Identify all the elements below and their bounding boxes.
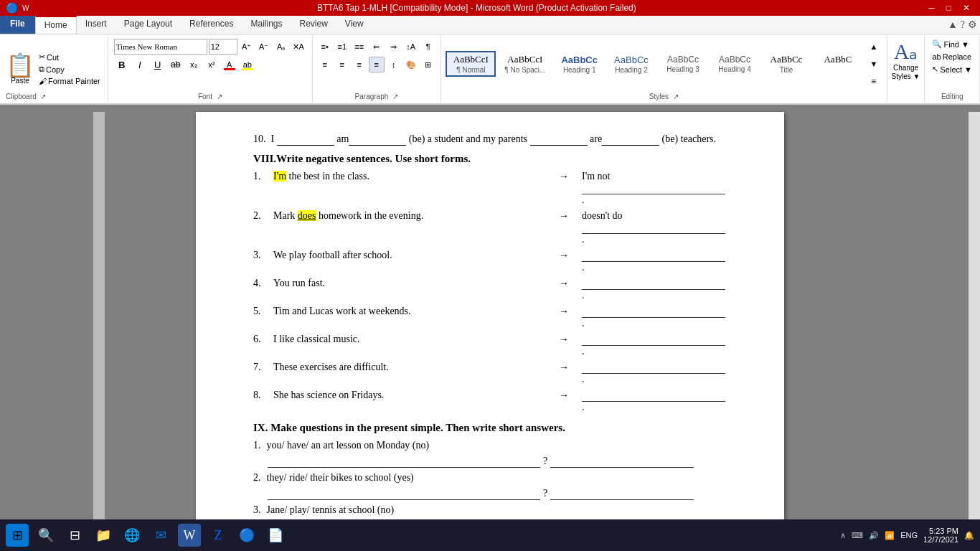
styles-scroll-up[interactable]: ▲: [866, 39, 882, 55]
start-button[interactable]: ⊞: [6, 524, 29, 547]
font-name-select[interactable]: [114, 39, 207, 55]
minimize-btn[interactable]: ─: [924, 3, 939, 13]
styles-more[interactable]: ≡: [866, 73, 882, 89]
tab-references[interactable]: References: [181, 16, 242, 34]
list-item: 3. Jane/ play/ tennis at school (no): [253, 504, 727, 516]
style-title[interactable]: AaBbCc Title: [761, 51, 811, 77]
style-heading4[interactable]: AaBbCc Heading 4: [710, 52, 760, 76]
paste-icon: 📋: [6, 54, 34, 77]
find-button[interactable]: 🔍 Find ▼: [930, 39, 974, 50]
copy-button[interactable]: ⧉ Copy: [37, 64, 102, 75]
blank-2: [349, 133, 406, 146]
list-item: 1. you/ have/ an art lesson on Monday (n…: [253, 440, 727, 468]
right-scrollbar[interactable]: [969, 112, 980, 534]
increase-indent-button[interactable]: ⇒: [386, 39, 402, 55]
format-painter-label: Format Painter: [48, 77, 100, 85]
close-btn[interactable]: ✕: [958, 3, 974, 13]
table-row: 2. Mark does homework in the evening. → …: [253, 210, 727, 245]
change-styles-icon: Aₐ: [894, 39, 918, 64]
tab-file[interactable]: File: [0, 16, 35, 34]
text-color-button[interactable]: A: [222, 57, 237, 72]
change-styles-text: ChangeStyles ▼: [892, 64, 920, 81]
multilevel-button[interactable]: ≡≡: [352, 39, 367, 55]
tab-home[interactable]: Home: [35, 16, 77, 34]
sort-button[interactable]: ↕A: [403, 39, 419, 55]
help-icon[interactable]: ?: [961, 19, 965, 31]
task-view-button[interactable]: ⊟: [63, 524, 86, 547]
replace-button[interactable]: ab Replace: [930, 52, 974, 62]
tab-mailings[interactable]: Mailings: [242, 16, 291, 34]
strikethrough-button[interactable]: ab: [168, 57, 184, 72]
bold-button[interactable]: B: [114, 57, 130, 72]
styles-group: Styles ↗ AaBbCcI ¶ Normal AaBbCcI ¶ No S…: [441, 36, 887, 102]
italic-button[interactable]: I: [132, 57, 148, 72]
edge-button[interactable]: 🌐: [121, 524, 143, 547]
style-heading1[interactable]: AaBbCc Heading 1: [554, 52, 605, 77]
notifications-button[interactable]: 🔔: [964, 531, 974, 540]
style-heading2[interactable]: AaBbCc Heading 2: [606, 52, 656, 77]
blank-4: [602, 133, 659, 146]
format-painter-button[interactable]: 🖌 Format Painter: [37, 76, 102, 86]
align-right-button[interactable]: ≡: [352, 57, 367, 72]
keyboard-icon[interactable]: ⌨: [852, 531, 863, 540]
show-formatting-button[interactable]: ¶: [420, 39, 436, 55]
mail-button[interactable]: ✉: [149, 524, 172, 547]
clipboard-label: Clipboard ↗: [6, 93, 46, 100]
justify-button[interactable]: ≡: [369, 57, 385, 72]
numbering-button[interactable]: ≡1: [334, 39, 350, 55]
system-tray[interactable]: ∧: [840, 531, 846, 540]
volume-icon[interactable]: 🔊: [869, 531, 879, 540]
highlight-button[interactable]: ab: [240, 57, 255, 72]
table-row: 8. She has science on Fridays. → .: [253, 390, 727, 413]
style-aabbc[interactable]: AaBbC: [813, 51, 863, 77]
answer-row-2: ?: [268, 488, 727, 500]
file-explorer-button[interactable]: 📁: [92, 524, 115, 547]
style-heading3[interactable]: AaBbCc Heading 3: [658, 52, 708, 76]
style-normal[interactable]: AaBbCcI ¶ Normal: [446, 51, 496, 77]
change-styles-button[interactable]: Aₐ ChangeStyles ▼: [892, 39, 920, 81]
align-center-button[interactable]: ≡: [334, 57, 350, 72]
underline-button[interactable]: U: [150, 57, 166, 72]
align-left-button[interactable]: ≡: [317, 57, 333, 72]
style-no-spacing[interactable]: AaBbCcI ¶ No Spaci...: [497, 51, 552, 77]
find-icon: 🔍: [932, 39, 942, 49]
language-indicator[interactable]: ENG: [900, 531, 918, 540]
select-button[interactable]: ↖ Select ▼: [930, 64, 974, 75]
zalo-button[interactable]: Z: [207, 524, 230, 547]
superscript-button[interactable]: x²: [204, 57, 220, 72]
grow-font-button[interactable]: A⁺: [239, 39, 255, 55]
tab-view[interactable]: View: [336, 16, 372, 34]
shrink-font-button[interactable]: A⁻: [256, 39, 272, 55]
taskbar: ⊞ 🔍 ⊟ 📁 🌐 ✉ W Z 🔵 📄 ∧ ⌨ 🔊 📶 ENG 5:23 PM …: [0, 519, 980, 551]
copy-icon: ⧉: [39, 65, 44, 74]
search-button[interactable]: 🔍: [34, 524, 57, 547]
font-size-input[interactable]: [209, 39, 237, 55]
word-taskbar-button[interactable]: W: [178, 524, 201, 547]
subscript-button[interactable]: x₂: [186, 57, 202, 72]
cut-button[interactable]: ✂ Cut: [37, 52, 102, 62]
bullets-button[interactable]: ≡•: [317, 39, 333, 55]
borders-button[interactable]: ⊞: [420, 57, 436, 72]
replace-icon: ab: [932, 52, 941, 61]
pdf-button[interactable]: 📄: [264, 524, 287, 547]
list-item: 2. they/ ride/ their bikes to school (ye…: [253, 472, 727, 500]
maximize-btn[interactable]: □: [942, 3, 956, 13]
ribbon-expand-icon[interactable]: ▲: [948, 19, 958, 31]
chrome-button[interactable]: 🔵: [235, 524, 258, 547]
network-icon[interactable]: 📶: [885, 531, 895, 540]
clear-format-button[interactable]: ✕A: [291, 39, 306, 55]
paste-button[interactable]: 📋 Paste: [6, 54, 34, 85]
change-case-button[interactable]: Aₐ: [273, 39, 289, 55]
styles-scroll-down[interactable]: ▼: [866, 56, 882, 72]
shading-button[interactable]: 🎨: [403, 57, 419, 72]
tab-page-layout[interactable]: Page Layout: [116, 16, 181, 34]
clock-date: 12/7/2021: [923, 535, 958, 544]
tab-insert[interactable]: Insert: [77, 16, 116, 34]
document-page[interactable]: 10. I am (be) a student and my parents a…: [196, 112, 784, 534]
decrease-indent-button[interactable]: ⇐: [369, 39, 385, 55]
tab-review[interactable]: Review: [291, 16, 336, 34]
ribbon-settings-icon[interactable]: ⚙: [968, 19, 977, 31]
blank-1: [277, 133, 334, 146]
line-spacing-button[interactable]: ↕: [386, 57, 402, 72]
replace-label: Replace: [943, 52, 971, 61]
